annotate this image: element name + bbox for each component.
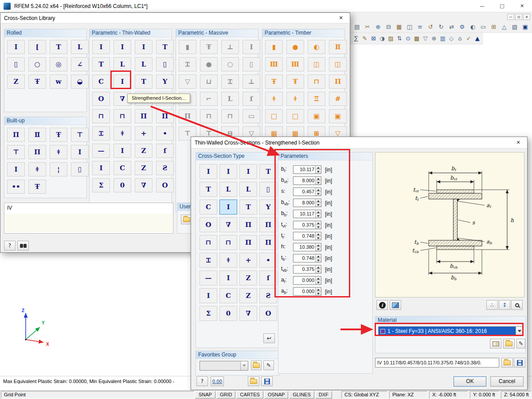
cross-section-type-icon[interactable]: T — [239, 200, 257, 215]
parameter-value[interactable]: 0.748 — [293, 232, 315, 240]
cross-section-icon[interactable]: ⊤ — [71, 128, 89, 142]
spinner-up-icon[interactable] — [316, 199, 321, 203]
cross-section-icon[interactable]: Ŧ — [265, 74, 283, 89]
units-button[interactable]: 0.00 — [211, 376, 224, 386]
cross-section-type-icon[interactable]: Y — [259, 200, 277, 215]
cross-section-icon[interactable]: Π — [329, 74, 347, 89]
toolbar-icon[interactable]: ✓ — [465, 34, 473, 43]
cross-section-type-icon[interactable]: 0 — [219, 306, 237, 321]
snap-toggle-button[interactable]: OSNAP — [264, 391, 289, 399]
parameter-input[interactable]: 8.000 — [293, 199, 321, 207]
cross-section-icon[interactable]: ◐ — [308, 40, 325, 54]
cross-section-type-icon[interactable]: L — [219, 182, 237, 197]
cross-section-type-icon[interactable]: — — [200, 270, 217, 286]
toolbar-icon[interactable]: ◫ — [405, 22, 415, 32]
cross-section-icon[interactable]: I — [113, 74, 131, 89]
snap-toggle-button[interactable]: GLINES — [289, 391, 314, 399]
cross-section-icon[interactable]: ▽ — [179, 74, 196, 89]
snap-toggle-button[interactable]: SNAP — [195, 391, 215, 399]
spinner-down-icon[interactable] — [316, 236, 321, 240]
cross-section-icon[interactable]: ◫ — [329, 57, 347, 71]
spinner-down-icon[interactable] — [316, 291, 321, 295]
snap-toggle-button[interactable]: DXF — [315, 391, 332, 399]
cross-section-type-icon[interactable]: ∇ — [219, 217, 237, 232]
cross-section-icon[interactable]: •• — [7, 180, 25, 194]
material-edit-button[interactable]: ✎ — [516, 339, 525, 348]
cross-section-icon[interactable]: I — [113, 40, 131, 54]
cross-section-icon[interactable]: ⊓ — [113, 109, 131, 123]
cross-section-icon[interactable]: ▣ — [329, 109, 347, 123]
cross-section-type-icon[interactable]: I — [219, 270, 237, 286]
cross-section-icon[interactable]: ◒ — [71, 74, 89, 89]
toolbar-icon[interactable]: ↻ — [437, 22, 446, 32]
spinner-up-icon[interactable] — [316, 288, 321, 291]
library-help-button[interactable]: ? — [4, 241, 16, 250]
cross-section-icon[interactable]: ⊓ — [92, 109, 110, 123]
cross-section-icon[interactable]: T — [92, 57, 110, 71]
toolbar-icon[interactable]: ▤ — [352, 22, 362, 32]
toolbar-icon[interactable]: ▭ — [478, 22, 488, 32]
cross-section-type-icon[interactable]: Π — [259, 235, 277, 250]
cross-section-icon[interactable]: ⊓ — [200, 109, 218, 123]
spinner-down-icon[interactable] — [316, 203, 321, 207]
cross-section-icon[interactable]: ▯ — [7, 57, 25, 71]
toolbar-icon[interactable]: ◐ — [468, 22, 477, 32]
cross-section-icon[interactable]: [ — [28, 40, 46, 54]
cross-section-icon[interactable]: ǂ — [265, 92, 283, 106]
material-dropdown[interactable]: 1 - Steel Fy=33 | ANSI/AISC 360-16: 2016 — [378, 326, 524, 336]
cross-section-type-icon[interactable]: I — [200, 164, 217, 179]
material-selected[interactable]: 1 - Steel Fy=33 | ANSI/AISC 360-16: 2016 — [379, 327, 516, 336]
favorites-dropdown[interactable] — [200, 361, 248, 371]
cross-section-icon[interactable]: Z — [135, 161, 153, 175]
cross-section-icon[interactable]: ○ — [221, 57, 239, 71]
cross-section-icon[interactable]: I — [243, 40, 260, 54]
cross-section-icon[interactable]: ▯ — [243, 57, 260, 71]
parameter-input[interactable]: 0.375 — [293, 265, 321, 274]
cross-section-icon[interactable]: I — [92, 161, 110, 175]
cross-section-icon[interactable]: ▮ — [265, 40, 283, 54]
cross-section-icon[interactable]: O — [92, 92, 110, 106]
ok-button[interactable]: OK — [454, 376, 486, 387]
cross-section-icon[interactable]: ⊤ — [7, 145, 25, 159]
parameter-input[interactable]: 0.457 — [293, 188, 321, 196]
cross-section-icon[interactable]: Ⅱ — [329, 40, 347, 54]
minimize-button[interactable]: — — [472, 0, 492, 12]
spinner-up-icon[interactable] — [316, 188, 321, 192]
spinner-up-icon[interactable] — [316, 254, 321, 258]
toolbar-icon[interactable]: ▽ — [422, 34, 429, 43]
cross-section-type-icon[interactable]: I — [239, 164, 257, 179]
cross-section-icon[interactable]: + — [135, 126, 153, 141]
mdi-close-button[interactable]: ✕ — [523, 14, 530, 20]
cross-section-icon[interactable]: Ŧ — [50, 128, 67, 142]
spinner-down-icon[interactable] — [316, 180, 321, 184]
cross-section-icon[interactable]: Ⅲ — [286, 57, 304, 71]
cross-section-icon[interactable]: I — [135, 40, 153, 54]
cross-section-icon[interactable]: I — [113, 144, 131, 158]
spinner-up-icon[interactable] — [316, 221, 321, 225]
parameter-value[interactable]: 0.457 — [293, 188, 315, 196]
cross-section-icon[interactable]: L — [221, 92, 239, 106]
cross-section-icon[interactable]: Π — [28, 145, 46, 159]
cross-section-icon[interactable]: L — [135, 57, 153, 71]
cross-section-icon[interactable]: w — [50, 74, 67, 89]
cross-section-type-icon[interactable]: ∇ — [239, 306, 257, 321]
cross-section-type-icon[interactable]: ⊓ — [200, 235, 217, 250]
cross-section-type-icon[interactable]: Π — [239, 217, 257, 232]
cross-section-icon[interactable]: ∇ — [135, 178, 153, 192]
dropdown-arrow-icon[interactable] — [516, 327, 523, 336]
library-dialog-titlebar[interactable]: Cross-Section Library ✕ — [0, 13, 350, 23]
library-close-icon[interactable]: ✕ — [336, 14, 346, 22]
toolbar-icon[interactable]: ▲ — [473, 34, 481, 43]
cross-section-icon[interactable]: Π — [156, 109, 174, 123]
toolbar-icon[interactable]: ▩ — [413, 34, 421, 43]
cross-section-type-icon[interactable]: ⊓ — [219, 235, 237, 250]
parameter-input[interactable]: 0.000 — [293, 276, 321, 285]
spinner-down-icon[interactable] — [316, 169, 321, 173]
parameter-value[interactable]: 0.375 — [293, 266, 315, 273]
cross-section-icon[interactable]: ◫ — [308, 57, 325, 71]
cross-section-icon[interactable]: # — [329, 92, 347, 106]
cross-section-icon[interactable]: ⊓ — [308, 74, 325, 89]
type-undo-button[interactable]: ↩ — [263, 333, 275, 343]
cross-section-type-icon[interactable]: L — [239, 182, 257, 197]
cross-section-icon[interactable]: Ƨ — [156, 161, 174, 175]
